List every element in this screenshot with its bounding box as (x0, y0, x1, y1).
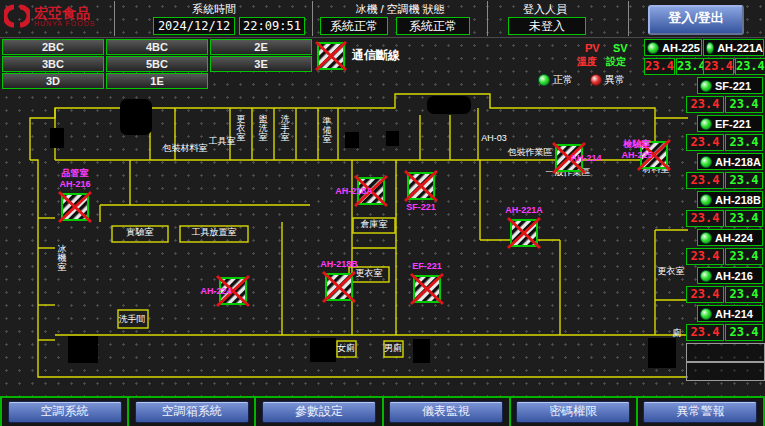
room-label: 更衣室 (236, 114, 246, 142)
device-label-AH-218A: AH-218A (335, 186, 373, 196)
equipment-AH-224[interactable]: AH-224 (697, 229, 763, 246)
nav-cell: 儀表監視 (384, 398, 511, 426)
equipment-values-AH-214: 23.423.4 (686, 324, 763, 341)
pv-caption: 溫度 (577, 55, 597, 69)
stair-symbol (50, 128, 64, 148)
status-led-icon (706, 42, 714, 54)
login-logout-button[interactable]: 登入/登出 (648, 5, 744, 35)
legend-abnormal: 異常 (590, 73, 625, 87)
floor-button-4BC[interactable]: 4BC (106, 39, 208, 55)
room-label: 更衣室 (356, 268, 383, 278)
device-marker-AH-225[interactable]: 檢驗室AH-225 (621, 139, 670, 170)
equipment-values-AH-224: 23.423.4 (686, 248, 763, 265)
legend-normal: 正常 (538, 73, 573, 87)
stair-symbol (310, 338, 336, 362)
device-label-AH-216: 品管室AH-216 (59, 168, 90, 189)
nav-cell: 密碼權限 (511, 398, 638, 426)
header-bar: 宏亞食品 HUNYA FOODS 系統時間 2024/12/12 22:09:5… (0, 0, 765, 38)
device-marker-AH-218A[interactable]: AH-218A (335, 176, 387, 206)
room-label: 倉庫室 (361, 219, 388, 229)
nav-button-空調系統[interactable]: 空調系統 (8, 401, 122, 423)
machine-status-label: 冰機 / 空調機 狀態 (315, 2, 485, 17)
room-label: 盥洗室 (259, 114, 268, 142)
nav-cell: 空調系統 (0, 398, 129, 426)
status-led-icon (700, 270, 712, 282)
floor-button-2BC[interactable]: 2BC (2, 39, 104, 55)
brand-logo: 宏亞食品 HUNYA FOODS (4, 3, 95, 29)
system-date-value: 2024/12/12 (153, 17, 235, 35)
device-label-EF-221: EF-221 (412, 261, 442, 271)
sv-header: SV (613, 42, 628, 54)
room-label: 洗手間 (119, 314, 146, 324)
device-label-AH-225: 檢驗室AH-225 (621, 139, 652, 160)
equipment-AH-216[interactable]: AH-216 (697, 267, 763, 284)
floor-button-1E[interactable]: 1E (106, 73, 208, 89)
room-label: AH-03 (481, 133, 507, 143)
status-led-icon (700, 80, 712, 92)
equipment-SF-221[interactable]: SF-221 (697, 77, 763, 94)
stair-symbol (386, 131, 399, 146)
floor-button-3D[interactable]: 3D (2, 73, 104, 89)
status-led-icon (700, 308, 712, 320)
floor-button-3BC[interactable]: 3BC (2, 56, 104, 72)
elevator-symbol (427, 96, 471, 114)
nav-button-密碼權限[interactable]: 密碼權限 (516, 401, 630, 423)
room-label: 包裝作業區 (508, 147, 553, 157)
system-time-label: 系統時間 (118, 2, 310, 17)
equipment-AH-218B[interactable]: AH-218B (697, 191, 763, 208)
status-led-icon (700, 156, 712, 168)
device-marker-SF-221[interactable]: SF-221 (405, 171, 437, 212)
brand-name-en: HUNYA FOODS (34, 20, 95, 27)
elevator-symbol (120, 99, 152, 135)
equipment-values-AH-225: 23.423.4 (644, 58, 702, 75)
device-marker-AH-218B[interactable]: AH-218B (320, 259, 358, 302)
room-label: 實驗室 (127, 227, 154, 237)
equipment-values-AH-218B: 23.423.4 (686, 210, 763, 227)
room-label: 洗手室 (281, 114, 290, 142)
room-label: 更衣室 (658, 266, 685, 276)
nav-button-儀表監視[interactable]: 儀表監視 (389, 401, 503, 423)
equipment-values-AH-218A: 23.423.4 (686, 172, 763, 189)
login-status-value: 未登入 (508, 17, 586, 35)
room-label: 準備室 (323, 116, 332, 144)
stair-symbol (68, 336, 98, 363)
equipment-values-AH-221A: 23.423.4 (703, 58, 764, 75)
floor-button-5BC[interactable]: 5BC (106, 56, 208, 72)
system-time-value: 22:09:51 (239, 17, 305, 35)
device-marker-AH-216[interactable]: 品管室AH-216 (59, 168, 91, 222)
device-marker-AH-221A[interactable]: AH-221A (505, 205, 543, 248)
room-label: 包裝材料室 (163, 143, 208, 153)
chiller-status-value: 系統正常 (320, 17, 388, 35)
room-label: 女廁 (337, 343, 355, 353)
device-label-AH-224: AH-224 (200, 286, 231, 296)
status-led-icon (700, 118, 712, 130)
stair-symbol (345, 132, 359, 148)
equipment-EF-221[interactable]: EF-221 (697, 115, 763, 132)
status-led-icon (700, 232, 712, 244)
equipment-AH-221A[interactable]: AH-221A (703, 39, 764, 56)
equipment-AH-225[interactable]: AH-225 (644, 39, 702, 56)
nav-button-異常警報[interactable]: 異常警報 (643, 401, 757, 423)
equipment-values-SF-221: 23.423.4 (686, 96, 763, 113)
room-label: 冰機室 (57, 244, 67, 272)
equipment-AH-218A[interactable]: AH-218A (697, 153, 763, 170)
equipment-AH-214[interactable]: AH-214 (697, 305, 763, 322)
status-led-icon (647, 42, 659, 54)
floor-button-3E[interactable]: 3E (210, 56, 312, 72)
floor-button-2E[interactable]: 2E (210, 39, 312, 55)
empty-slot (686, 362, 765, 381)
login-user-label: 登入人員 (495, 2, 595, 17)
status-led-icon (700, 194, 712, 206)
device-marker-AH-214[interactable]: AH-214 (553, 143, 602, 173)
stair-symbol (648, 338, 676, 368)
device-marker-AH-224[interactable]: AH-224 (200, 276, 249, 306)
device-label-SF-221: SF-221 (406, 202, 436, 212)
pv-header: PV (585, 42, 600, 54)
nav-button-參數設定[interactable]: 參數設定 (262, 401, 376, 423)
bottom-nav-bar: 空調系統空調箱系統參數設定儀表監視密碼權限異常警報 (0, 396, 765, 426)
nav-button-空調箱系統[interactable]: 空調箱系統 (135, 401, 249, 423)
comm-lost-label: 通信斷線 (352, 47, 400, 64)
device-label-AH-218B: AH-218B (320, 259, 358, 269)
hunya-logo-icon (4, 3, 30, 29)
device-marker-EF-221[interactable]: EF-221 (411, 261, 443, 304)
